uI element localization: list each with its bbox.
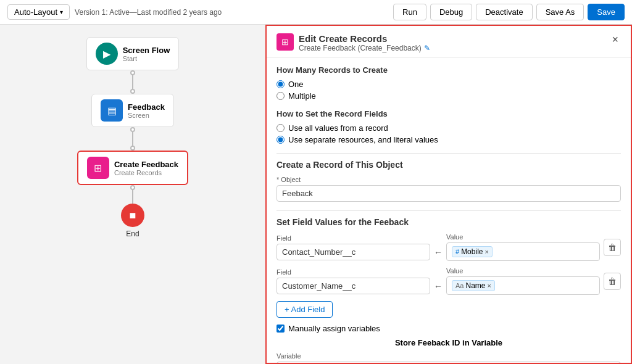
edit-icon[interactable]: ✎ [424,44,430,52]
arrow-icon-2: ← [434,281,443,291]
node-title-create: Create Feedback [114,160,178,169]
delete-field-2-button[interactable]: 🗑 [604,273,621,290]
radio-multiple-label: Multiple [288,91,316,101]
field-wrap-2: Field [276,268,430,294]
arrow-icon-1: ← [434,247,443,257]
radio-separate[interactable]: Use separate resources, and literal valu… [276,135,621,144]
add-field-button[interactable]: + Add Field [276,301,333,318]
divider-1 [276,153,621,154]
end-label: End [126,230,139,238]
flow-canvas: ▶ Screen Flow Start ▤ Feedback Screen [0,25,265,364]
field-label-1: Field [276,234,430,242]
run-button[interactable]: Run [393,4,426,20]
node-box-create[interactable]: ⊞ Create Feedback Create Records [77,151,188,185]
field-row-2: Field ← Value Aa Name × [276,267,621,295]
value-wrap-2: Value Aa Name × [446,267,600,295]
store-title: Store Feeback ID in Variable [276,338,621,347]
connector-dot-3 [130,127,135,132]
auto-layout-label: Auto-Layout [14,7,57,17]
manually-assign-label: Manually assign variables [288,324,380,333]
panel-subtitle: Create Feedback (Create_Feedback) ✎ [299,44,430,52]
connector-dot-1 [130,70,135,75]
how-set-radio-group: Use all values from a record Use separat… [276,123,621,144]
auto-layout-button[interactable]: Auto-Layout ▾ [7,4,70,20]
value-wrap-1: Value # Mobile × [446,233,600,261]
node-title-feedback: Feedback [128,102,165,112]
divider-2 [276,210,621,211]
token-name-remove[interactable]: × [487,282,491,289]
token-number-icon: # [455,248,459,255]
debug-button[interactable]: Debug [430,4,472,20]
field-row-1: Field ← Value # Mobile × [276,233,621,261]
radio-separate-input[interactable] [276,136,285,144]
how-set-section: How to Set the Record Fields Use all val… [276,109,621,144]
node-title-start: Screen Flow [123,46,170,55]
node-create-feedback: ⊞ Create Feedback Create Records [77,151,188,185]
value-token-input-2[interactable]: Aa Name × [446,276,600,295]
start-icon: ▶ [96,43,118,65]
delete-field-1-button[interactable]: 🗑 [604,239,621,256]
manually-assign-checkbox[interactable] [276,325,285,333]
field-label-2: Field [276,268,430,276]
panel-title-text: Edit Create Records Create Feedback (Cre… [299,33,430,52]
node-box-feedback[interactable]: ▤ Feedback Screen [91,94,174,127]
panel-title-area: ⊞ Edit Create Records Create Feedback (C… [276,33,430,52]
node-box-start[interactable]: ▶ Screen Flow Start [86,37,180,70]
feedback-icon: ▤ [101,99,123,122]
save-as-button[interactable]: Save As [536,4,584,20]
variable-label: Variable [276,352,621,360]
token-mobile-remove[interactable]: × [484,248,488,255]
how-many-title: How Many Records to Create [276,65,621,75]
save-button[interactable]: Save [588,4,625,20]
end-icon[interactable]: ■ [121,204,144,227]
panel-body: How Many Records to Create One Multiple … [267,58,631,364]
node-text-create: Create Feedback Create Records [114,160,178,176]
value-label-2: Value [446,267,600,275]
connector-dot-4 [130,146,135,151]
value-label-1: Value [446,233,600,241]
version-text: Version 1: Active—Last modified 2 years … [75,8,222,17]
how-many-radio-group: One Multiple [276,80,621,101]
token-name-text: Name [465,281,485,290]
toolbar: Auto-Layout ▾ Version 1: Active—Last mod… [0,0,632,25]
field-wrap-1: Field [276,234,430,260]
close-button[interactable]: × [609,33,621,46]
main-area: ▶ Screen Flow Start ▤ Feedback Screen [0,25,632,364]
panel-create-icon: ⊞ [276,33,294,51]
value-token-input-1[interactable]: # Mobile × [446,242,600,261]
node-feedback: ▤ Feedback Screen [91,94,174,127]
radio-one[interactable]: One [276,80,621,89]
right-panel: ⊞ Edit Create Records Create Feedback (C… [265,25,632,364]
radio-all-values-input[interactable] [276,124,285,132]
set-field-section: Set Field Values for the Feeback Field ←… [276,217,621,364]
toolbar-right: Run Debug Deactivate Save As Save [393,4,625,20]
connector-3 [132,190,133,204]
radio-multiple-input[interactable] [276,92,285,100]
create-feedback-icon: ⊞ [87,157,109,179]
toolbar-left: Auto-Layout ▾ Version 1: Active—Last mod… [7,4,222,20]
object-input[interactable] [276,185,621,202]
panel-main-title: Edit Create Records [299,33,430,44]
field-input-2[interactable] [276,278,430,294]
connector-dot-2 [130,89,135,94]
search-variables-wrap[interactable]: 🔍 [276,362,621,364]
chevron-down-icon: ▾ [60,9,63,15]
object-label: * Object [276,176,621,183]
deactivate-button[interactable]: Deactivate [476,4,532,20]
radio-separate-label: Use separate resources, and literal valu… [288,135,438,144]
node-text-feedback: Feedback Screen [128,102,165,119]
radio-multiple[interactable]: Multiple [276,91,621,101]
node-subtitle-feedback: Screen [128,112,165,119]
radio-one-input[interactable] [276,80,285,88]
flow-container: ▶ Screen Flow Start ▤ Feedback Screen [0,25,265,250]
panel-header: ⊞ Edit Create Records Create Feedback (C… [267,26,631,58]
radio-all-values[interactable]: Use all values from a record [276,123,621,133]
node-end: ■ End [121,204,144,238]
token-mobile-text: Mobile [461,247,483,256]
create-record-section: Create a Record of This Object * Object [276,160,621,202]
panel-subtitle-text: Create Feedback (Create_Feedback) [299,44,422,52]
create-record-title: Create a Record of This Object [276,160,621,170]
manually-assign-row: Manually assign variables [276,324,621,333]
field-input-1[interactable] [276,244,430,260]
token-text-icon: Aa [455,282,464,289]
